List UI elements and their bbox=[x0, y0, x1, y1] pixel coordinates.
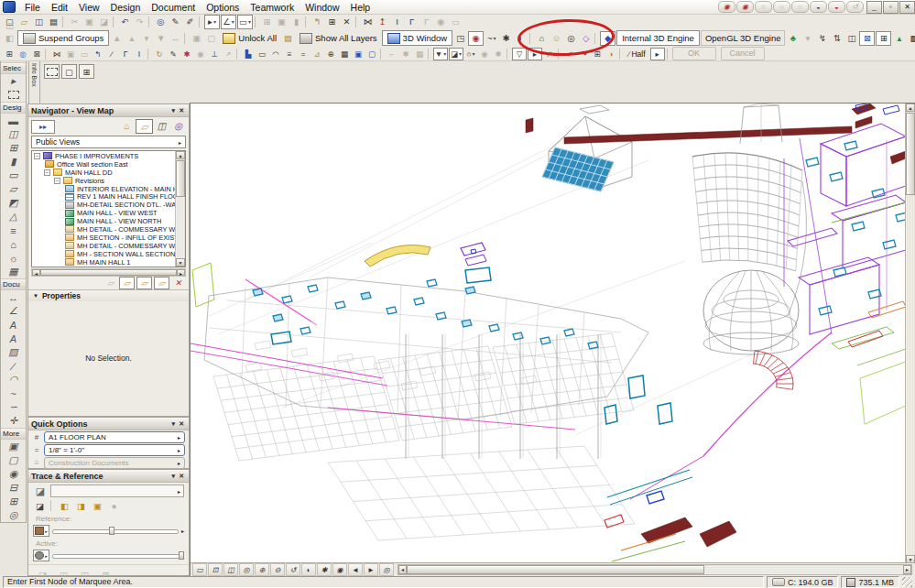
multiply-icon[interactable]: ≡ bbox=[283, 49, 296, 60]
tree-item[interactable]: REV 1 MAIN HALL FINISH FLOOR PLAN bbox=[32, 192, 175, 201]
tree-item[interactable]: MH - SECTION WALL SECTION - NEW WINDOW bbox=[32, 250, 175, 258]
box-icon[interactable]: ▭ bbox=[256, 49, 268, 60]
tree-icon[interactable]: ♣ bbox=[786, 32, 800, 45]
teamwork-user3-icon[interactable]: ○ bbox=[791, 1, 809, 13]
dd-icon[interactable]: ▾ bbox=[801, 32, 814, 45]
expander-icon[interactable] bbox=[54, 178, 60, 184]
tree-item[interactable]: MH DETAIL - COMMESSARY WINDOW HEAD bbox=[32, 242, 175, 250]
menu-teamwork[interactable]: Teamwork bbox=[245, 1, 300, 14]
ref-frame-icon[interactable]: ▣ bbox=[91, 499, 104, 512]
trace-close-icon[interactable]: ✕ bbox=[177, 473, 186, 480]
section-marker-tool[interactable]: ⊟ bbox=[2, 481, 25, 495]
tree-horizontal-scrollbar[interactable]: ◄ ► bbox=[31, 268, 186, 277]
cut-3d-icon[interactable]: ⊠ bbox=[859, 31, 875, 46]
trace-collapse-icon[interactable]: ▾ bbox=[170, 473, 178, 480]
menu-edit[interactable]: Edit bbox=[46, 1, 73, 14]
teamwork-icon[interactable]: ☺ bbox=[550, 32, 563, 45]
teamwork-receive-icon[interactable]: ◉ bbox=[736, 1, 754, 13]
project-chooser-button[interactable]: ▸▸ bbox=[31, 120, 55, 134]
group-icon[interactable]: ◫ bbox=[3, 19, 16, 32]
coord-r-icon[interactable]: ↷ bbox=[577, 49, 590, 60]
filter-dd-icon[interactable]: ▼ bbox=[433, 48, 448, 60]
corner-l-icon[interactable]: Γ bbox=[405, 16, 419, 28]
element-tool-dd-icon[interactable]: ▭ bbox=[237, 15, 253, 29]
quick-options-collapse-icon[interactable]: ▾ bbox=[170, 420, 178, 428]
star-icon[interactable]: ✱ bbox=[492, 49, 505, 60]
viewport-vscroll-thumb[interactable] bbox=[906, 113, 915, 195]
tree-item[interactable]: MH-DETAIL SECTION DTL. -WALL GUARD bbox=[32, 201, 175, 209]
wall-tool[interactable]: ▬ bbox=[2, 114, 25, 127]
tree-scroll-thumb[interactable] bbox=[176, 160, 185, 197]
active-opacity-slider[interactable] bbox=[52, 550, 184, 561]
lamp-tool[interactable]: ☼ bbox=[2, 251, 25, 265]
goto-story-icon[interactable]: ↰ bbox=[310, 16, 324, 28]
angle-dim-tool[interactable]: ∠ bbox=[2, 304, 25, 318]
new-folder-icon[interactable]: ▱ bbox=[103, 278, 117, 289]
hollow-icon[interactable]: ▢ bbox=[365, 49, 378, 60]
look-to-icon[interactable]: ◉ bbox=[332, 563, 347, 576]
navigator-collapse-icon[interactable]: ▾ bbox=[170, 107, 178, 114]
door-tool[interactable]: ◫ bbox=[2, 127, 25, 141]
menu-document[interactable]: Document bbox=[146, 1, 201, 14]
delete-icon[interactable]: ✕ bbox=[340, 16, 354, 28]
camera-3d-icon[interactable]: ◉ bbox=[468, 31, 484, 46]
zoom-in-icon[interactable]: ⊕ bbox=[255, 563, 269, 576]
arc-seg-icon[interactable]: ◠ bbox=[269, 49, 282, 60]
grid-3d-icon[interactable]: ⊞ bbox=[876, 31, 891, 46]
layer-combination-dropdown[interactable]: A1 FLOOR PLAN▸ bbox=[44, 431, 185, 443]
magic-icon[interactable]: ↗ bbox=[222, 49, 234, 60]
trace-reference-icon[interactable]: ◪ bbox=[33, 485, 48, 497]
properties-collapse-icon[interactable]: ▼ bbox=[33, 293, 38, 299]
save-icon[interactable]: ◫ bbox=[32, 16, 46, 28]
menu-design[interactable]: Design bbox=[105, 1, 147, 14]
views-dropdown[interactable]: Public Views▸ bbox=[31, 136, 186, 148]
marquee-all-icon[interactable]: ⊞ bbox=[3, 49, 16, 60]
tracker-icon[interactable]: ◑ bbox=[605, 49, 617, 60]
publisher-icon[interactable]: ◎ bbox=[170, 119, 186, 132]
intersect-icon[interactable]: ↰ bbox=[92, 49, 104, 60]
layer-dd-icon[interactable]: ◪ bbox=[449, 48, 463, 60]
inject-parameters-icon[interactable]: ✐ bbox=[183, 16, 197, 28]
object-tool[interactable]: ⌂ bbox=[2, 237, 25, 251]
line-tool[interactable]: ∕ bbox=[2, 359, 25, 373]
teamwork-user2-icon[interactable]: ○ bbox=[773, 1, 790, 13]
properties-header[interactable]: ▼ Properties bbox=[28, 289, 189, 301]
fit-in-window-icon[interactable]: ⊡ bbox=[208, 563, 223, 576]
delete-view-icon[interactable]: ✕ bbox=[171, 278, 185, 289]
marquee-tool-dd-icon[interactable]: ∠ bbox=[221, 15, 236, 29]
text-tool[interactable]: A bbox=[2, 318, 25, 332]
scroll-left-icon[interactable]: ◄ bbox=[32, 269, 40, 276]
find-select-icon[interactable]: ◎ bbox=[154, 16, 168, 28]
scroll-right-icon[interactable]: ► bbox=[177, 269, 185, 276]
tree-item[interactable]: MH SECTION - INFILL OF EXISTING SKYLIGHT bbox=[32, 234, 175, 242]
viewport-scroll-up-icon[interactable]: ▲ bbox=[906, 103, 915, 112]
fill-edit-icon[interactable]: ▦ bbox=[338, 49, 351, 60]
save-folder-icon[interactable]: ▱ bbox=[136, 277, 152, 289]
viewport-vertical-scrollbar[interactable]: ▲ ▼ bbox=[905, 103, 915, 563]
open-icon[interactable]: ▱ bbox=[17, 16, 31, 28]
resize-grip[interactable] bbox=[902, 577, 912, 587]
teamwork-send-icon[interactable]: ◉ bbox=[718, 1, 735, 13]
unlock-all-button[interactable]: Unlock All bbox=[219, 31, 280, 45]
drawing-tool[interactable]: ▢ bbox=[2, 453, 25, 467]
markup-icon[interactable]: ◇ bbox=[579, 32, 593, 45]
home-icon[interactable]: ⌂ bbox=[535, 32, 549, 45]
lightning-icon[interactable]: ↯ bbox=[815, 32, 829, 45]
menu-file[interactable]: File bbox=[19, 1, 46, 14]
project-map-icon[interactable]: ⌂ bbox=[119, 119, 135, 132]
scroll-zoom-icon[interactable]: ◎ bbox=[379, 563, 394, 576]
sphere-icon[interactable]: ◉ bbox=[478, 49, 491, 60]
half-snap-button[interactable]: ∕Half bbox=[625, 49, 649, 60]
marker-icon[interactable]: ▴ bbox=[892, 32, 906, 45]
align-edge-icon[interactable]: ▙ bbox=[242, 49, 255, 60]
schedule-icon[interactable]: ⊞ bbox=[325, 16, 339, 28]
tree-item[interactable]: MAIN HALL - VIEW NORTH bbox=[32, 217, 175, 225]
trim-icon[interactable]: ▭ bbox=[78, 49, 91, 60]
add-icon[interactable]: ⊕ bbox=[324, 49, 337, 60]
tree-item[interactable]: INTERIOR ELEVATION - MAIN HALL LOOKIN bbox=[32, 185, 175, 193]
gravity-icon[interactable]: ▽ bbox=[512, 48, 527, 60]
reference-color-swatch[interactable]: ▸ bbox=[33, 525, 49, 537]
menu-window[interactable]: Window bbox=[300, 1, 344, 14]
copy-view-icon[interactable]: ◫ bbox=[844, 32, 858, 45]
paste-icon[interactable]: ◪ bbox=[97, 16, 111, 28]
